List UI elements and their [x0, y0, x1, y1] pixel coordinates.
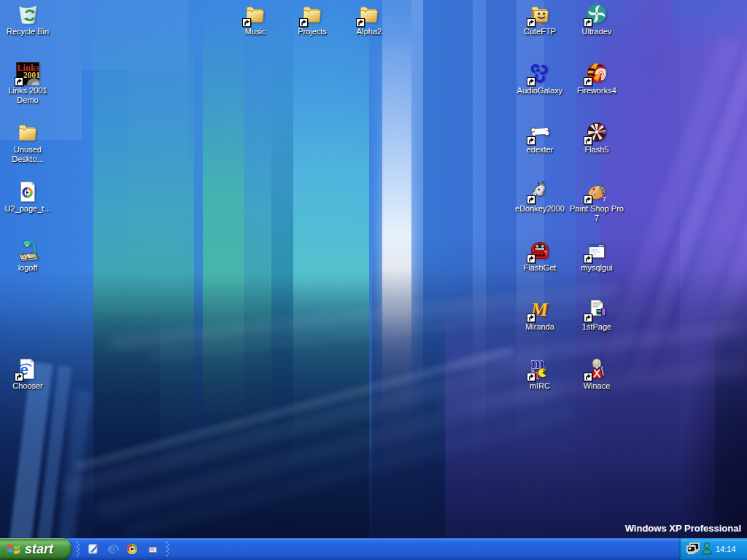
svg-text:7: 7: [603, 195, 606, 203]
svg-text:2001: 2001: [23, 71, 39, 79]
